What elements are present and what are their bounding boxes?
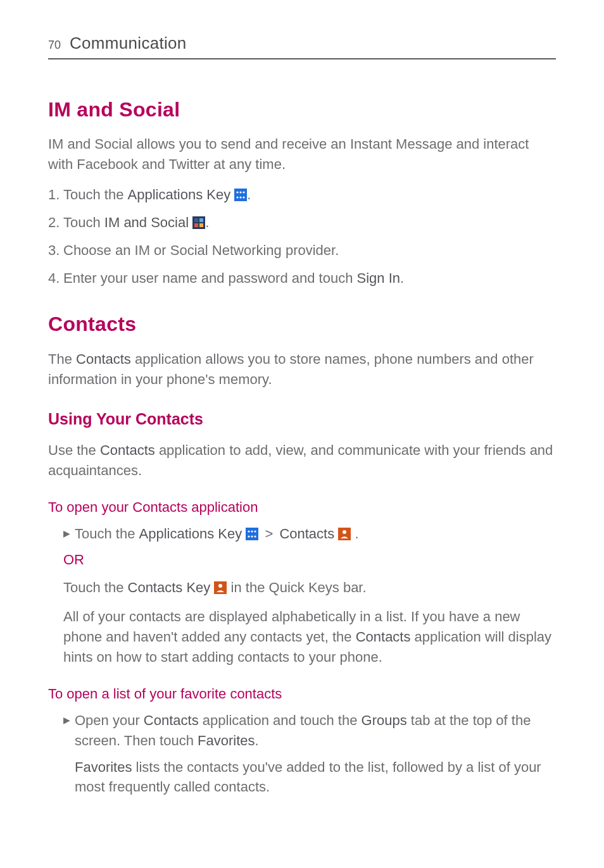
svg-point-22 bbox=[218, 584, 222, 588]
text-fragment: Open your bbox=[75, 712, 144, 728]
step-text: Touch IM and Social . bbox=[63, 213, 556, 233]
step-number: 2. bbox=[48, 213, 63, 233]
bullet-block: ▶ Open your Contacts application and tou… bbox=[48, 710, 556, 751]
text-fragment: application and touch the bbox=[199, 712, 362, 728]
heading-contacts: Contacts bbox=[48, 309, 556, 338]
text-fragment: . bbox=[255, 733, 259, 748]
text-fragment: lists the contacts you've added to the l… bbox=[75, 759, 541, 795]
list-item: ▶ Touch the Applications Key > Contacts … bbox=[63, 524, 556, 544]
step-text: Choose an IM or Social Networking provid… bbox=[63, 240, 556, 261]
bullet-block: ▶ Touch the Applications Key > Contacts … bbox=[48, 524, 556, 544]
contacts-intro: The Contacts application allows you to s… bbox=[48, 349, 556, 390]
ui-term: IM and Social bbox=[104, 214, 189, 230]
heading-favorite-contacts: To open a list of your favorite contacts bbox=[48, 684, 556, 704]
ui-term: Favorites bbox=[198, 733, 255, 748]
list-item: 4. Enter your user name and password and… bbox=[48, 268, 556, 288]
heading-open-contacts: To open your Contacts application bbox=[48, 497, 556, 518]
im-social-icon bbox=[192, 216, 205, 229]
chapter-title: Communication bbox=[70, 32, 187, 56]
contacts-alpha-note: All of your contacts are displayed alpha… bbox=[48, 607, 556, 667]
ui-term: Sign In bbox=[357, 270, 401, 286]
ui-term: Applications Key bbox=[128, 187, 231, 202]
list-item: ▶ Open your Contacts application and tou… bbox=[63, 710, 556, 751]
svg-point-15 bbox=[255, 530, 256, 532]
page-header: 70 Communication bbox=[48, 32, 556, 59]
document-page: 70 Communication IM and Social IM and So… bbox=[0, 0, 604, 844]
text-fragment: Enter your user name and password and to… bbox=[63, 270, 357, 286]
ui-term: Contacts bbox=[356, 629, 411, 645]
svg-point-6 bbox=[243, 196, 245, 198]
svg-point-16 bbox=[248, 535, 250, 537]
ui-term: Groups bbox=[362, 712, 407, 728]
svg-point-17 bbox=[251, 535, 253, 537]
text-fragment: Touch bbox=[63, 214, 104, 230]
im-intro: IM and Social allows you to send and rec… bbox=[48, 134, 556, 175]
contacts-icon bbox=[214, 581, 227, 594]
svg-rect-10 bbox=[194, 223, 198, 227]
ui-term: Contacts bbox=[76, 351, 131, 367]
step-number: 1. bbox=[48, 185, 63, 205]
text-fragment: Touch the bbox=[75, 526, 139, 542]
step-text: Enter your user name and password and to… bbox=[63, 268, 556, 288]
text-fragment: in the Quick Keys bar. bbox=[227, 580, 366, 595]
ui-term: Applications Key bbox=[139, 526, 242, 542]
ui-term: Contacts bbox=[100, 442, 155, 458]
ui-term: Contacts Key bbox=[128, 580, 211, 595]
step-text: Touch the Applications Key . bbox=[63, 185, 556, 205]
svg-point-14 bbox=[251, 530, 253, 532]
text-fragment: The bbox=[48, 351, 76, 367]
apps-grid-icon bbox=[246, 528, 258, 540]
heading-im-and-social: IM and Social bbox=[48, 95, 556, 124]
svg-rect-12 bbox=[246, 528, 258, 540]
text-fragment: Touch the bbox=[63, 580, 128, 595]
step-number: 4. bbox=[48, 268, 63, 288]
text-fragment: Touch the bbox=[63, 187, 128, 202]
svg-point-4 bbox=[237, 196, 239, 198]
apps-grid-icon bbox=[234, 189, 247, 201]
favorites-description: Favorites lists the contacts you've adde… bbox=[48, 757, 556, 798]
or-separator: OR bbox=[48, 550, 556, 570]
step-number: 3. bbox=[48, 240, 63, 261]
svg-point-5 bbox=[240, 196, 242, 198]
svg-point-1 bbox=[237, 191, 239, 193]
svg-rect-0 bbox=[234, 189, 247, 201]
svg-point-18 bbox=[255, 535, 256, 537]
heading-using-contacts: Using Your Contacts bbox=[48, 407, 556, 430]
text-fragment: . bbox=[400, 270, 404, 286]
svg-point-20 bbox=[343, 530, 346, 534]
bullet-text: Open your Contacts application and touch… bbox=[75, 710, 556, 751]
svg-point-3 bbox=[243, 191, 245, 193]
svg-point-2 bbox=[240, 191, 242, 193]
text-fragment: . bbox=[351, 526, 358, 542]
bullet-text: Touch the Applications Key > Contacts . bbox=[75, 524, 556, 544]
triangle-bullet-icon: ▶ bbox=[63, 710, 75, 751]
svg-point-13 bbox=[248, 530, 250, 532]
list-item: 1. Touch the Applications Key . bbox=[48, 185, 556, 205]
contacts-icon bbox=[338, 528, 351, 540]
ui-term: Contacts bbox=[279, 526, 334, 542]
list-item: 3. Choose an IM or Social Networking pro… bbox=[48, 240, 556, 261]
page-number: 70 bbox=[48, 37, 61, 53]
svg-rect-9 bbox=[199, 218, 203, 222]
open-contacts-alt: Touch the Contacts Key in the Quick Keys… bbox=[48, 578, 556, 598]
svg-rect-11 bbox=[199, 223, 203, 227]
triangle-bullet-icon: ▶ bbox=[63, 524, 75, 544]
svg-rect-8 bbox=[194, 218, 198, 222]
list-item: 2. Touch IM and Social . bbox=[48, 213, 556, 233]
im-steps-list: 1. Touch the Applications Key . 2. Touch… bbox=[48, 185, 556, 288]
text-fragment: Use the bbox=[48, 442, 100, 458]
ui-term: Contacts bbox=[144, 712, 199, 728]
separator-gt: > bbox=[258, 526, 279, 542]
ui-term: Favorites bbox=[75, 759, 132, 775]
using-contacts-text: Use the Contacts application to add, vie… bbox=[48, 440, 556, 481]
